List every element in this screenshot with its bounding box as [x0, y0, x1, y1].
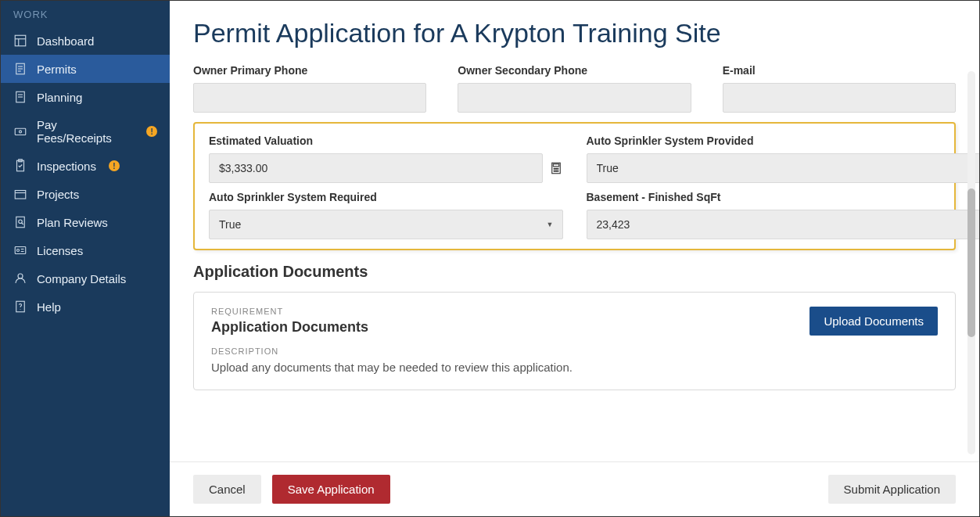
owner-primary-phone-label: Owner Primary Phone: [193, 64, 426, 77]
company-icon: [13, 271, 27, 285]
owner-secondary-phone-label: Owner Secondary Phone: [458, 64, 691, 77]
sidebar-item-label: Plan Reviews: [37, 216, 108, 229]
sidebar-item-label: Pay Fees/Receipts: [37, 118, 134, 145]
svg-rect-16: [16, 217, 25, 228]
estimated-valuation-group: Estimated Valuation: [209, 135, 563, 183]
sidebar-item-fees[interactable]: Pay Fees/Receipts !: [1, 111, 170, 152]
basement-finished-sqft-input[interactable]: [587, 210, 980, 239]
description-value: Upload any documents that may be needed …: [211, 359, 794, 375]
auto-sprinkler-required-dropdown[interactable]: [209, 210, 563, 239]
sidebar-item-label: Inspections: [37, 160, 96, 173]
svg-point-31: [554, 171, 555, 171]
submit-application-button[interactable]: Submit Application: [828, 475, 956, 504]
description-meta-label: DESCRIPTION: [211, 346, 794, 356]
svg-point-30: [557, 168, 558, 169]
cancel-button[interactable]: Cancel: [193, 475, 261, 504]
auto-sprinkler-required-value[interactable]: [209, 210, 563, 239]
basement-finished-sqft-group: Basement - Finished SqFt: [587, 191, 941, 239]
owner-primary-phone-input[interactable]: [193, 83, 426, 113]
svg-point-32: [555, 171, 556, 171]
svg-point-23: [18, 274, 23, 278]
application-documents-title: Application Documents: [193, 263, 956, 281]
svg-line-18: [22, 223, 23, 224]
sidebar-item-label: Permits: [37, 63, 77, 76]
email-group: E-mail: [723, 64, 956, 113]
upload-documents-button[interactable]: Upload Documents: [809, 307, 938, 336]
auto-sprinkler-provided-value[interactable]: [587, 153, 980, 183]
estimated-valuation-input[interactable]: [209, 153, 543, 183]
sidebar-item-licenses[interactable]: Licenses: [1, 236, 170, 264]
email-input[interactable]: [723, 83, 956, 113]
fees-icon: [13, 124, 27, 138]
owner-contact-row: Owner Primary Phone Owner Secondary Phon…: [193, 64, 956, 113]
sidebar-item-planreviews[interactable]: Plan Reviews: [1, 208, 170, 236]
svg-point-28: [554, 168, 555, 169]
owner-secondary-phone-input[interactable]: [458, 83, 691, 113]
auto-sprinkler-provided-dropdown[interactable]: [587, 153, 980, 183]
footer-actions: Cancel Save Application Submit Applicati…: [170, 461, 979, 516]
scrollbar-thumb[interactable]: [967, 188, 975, 337]
inspections-icon: [13, 159, 27, 173]
requirement-value: Application Documents: [211, 319, 794, 336]
auto-sprinkler-provided-label: Auto Sprinkler System Provided: [587, 135, 941, 147]
calculator-icon[interactable]: [549, 161, 563, 175]
planning-icon: [13, 90, 27, 104]
sidebar-item-permits[interactable]: Permits: [1, 55, 170, 83]
highlighted-fields-box: Estimated Valuation Auto Sprinkler Syste…: [193, 122, 956, 250]
svg-rect-0: [15, 35, 26, 46]
licenses-icon: [13, 243, 27, 257]
sidebar-item-planning[interactable]: Planning: [1, 83, 170, 111]
save-application-button[interactable]: Save Application: [272, 475, 390, 504]
auto-sprinkler-required-group: Auto Sprinkler System Required: [209, 191, 563, 239]
owner-secondary-phone-group: Owner Secondary Phone: [458, 64, 691, 113]
auto-sprinkler-provided-group: Auto Sprinkler System Provided: [587, 135, 941, 183]
content-scroll[interactable]: Owner Primary Phone Owner Secondary Phon…: [170, 56, 979, 461]
documents-panel: REQUIREMENT Application Documents DESCRI…: [193, 292, 956, 390]
sidebar-item-dashboard[interactable]: Dashboard: [1, 27, 170, 55]
email-label: E-mail: [723, 64, 956, 77]
owner-primary-phone-group: Owner Primary Phone: [193, 64, 426, 113]
alert-badge-icon: !: [109, 160, 120, 171]
page-title: Permit Application for A Krypton Trainin…: [170, 1, 979, 56]
sidebar-item-label: Dashboard: [37, 34, 94, 48]
projects-icon: [13, 187, 27, 201]
sidebar: WORK Dashboard Permits Planning Pay Fees…: [1, 1, 170, 516]
svg-point-20: [17, 250, 20, 252]
help-icon: [13, 300, 27, 314]
svg-point-33: [557, 171, 558, 171]
svg-point-29: [555, 168, 556, 169]
auto-sprinkler-required-label: Auto Sprinkler System Required: [209, 191, 563, 203]
sidebar-item-inspections[interactable]: Inspections !: [1, 152, 170, 180]
svg-rect-14: [15, 191, 26, 199]
basement-finished-sqft-label: Basement - Finished SqFt: [587, 191, 941, 203]
alert-badge-icon: !: [146, 126, 157, 137]
sidebar-item-help[interactable]: Help: [1, 293, 170, 321]
requirement-meta-label: REQUIREMENT: [211, 307, 794, 316]
sidebar-item-company[interactable]: Company Details: [1, 264, 170, 293]
sidebar-item-projects[interactable]: Projects: [1, 180, 170, 208]
planreviews-icon: [13, 215, 27, 229]
sidebar-item-label: Planning: [37, 91, 82, 104]
main-content: Permit Application for A Krypton Trainin…: [170, 1, 979, 516]
svg-rect-27: [553, 164, 559, 167]
sidebar-item-label: Projects: [37, 188, 79, 201]
dashboard-icon: [13, 34, 27, 48]
estimated-valuation-label: Estimated Valuation: [209, 135, 563, 147]
svg-rect-10: [15, 128, 26, 135]
svg-point-11: [20, 131, 22, 133]
sidebar-item-label: Licenses: [37, 244, 83, 257]
permits-icon: [13, 62, 27, 76]
sidebar-section-header: WORK: [1, 1, 170, 27]
sidebar-item-label: Company Details: [37, 272, 126, 285]
sidebar-item-label: Help: [37, 300, 61, 314]
